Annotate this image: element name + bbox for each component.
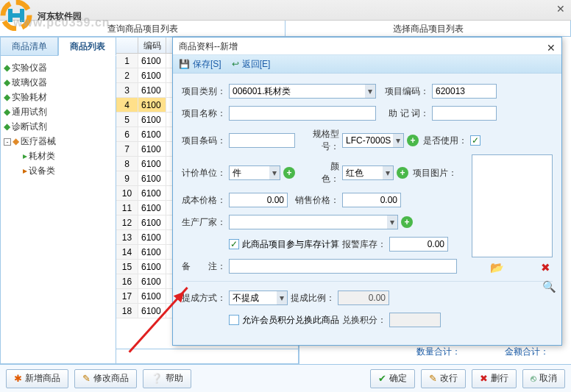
add-color-button[interactable]: + xyxy=(397,167,408,179)
tab-goods-list[interactable]: 商品清单 xyxy=(0,37,58,56)
code-input[interactable] xyxy=(432,84,497,99)
label-code: 项目编码： xyxy=(379,85,429,98)
edit-row-icon: ✎ xyxy=(429,373,437,384)
color-combo[interactable]: 红色▾ xyxy=(342,165,394,180)
spec-combo[interactable]: LFC-7000S▾ xyxy=(342,133,404,148)
category-combo[interactable]: 006001.耗材类▾ xyxy=(229,84,376,99)
tree-node[interactable]: ◆实验耗材 xyxy=(4,90,113,104)
modify-row-button[interactable]: ✎改行 xyxy=(421,369,466,388)
cost-input[interactable] xyxy=(229,193,288,207)
add-spec-button[interactable]: + xyxy=(407,135,419,146)
row-number: 1 xyxy=(116,54,138,68)
label-category: 项目类别： xyxy=(182,85,226,98)
save-button[interactable]: 💾保存[S] xyxy=(179,58,221,71)
chevron-down-icon: ▾ xyxy=(387,215,397,229)
row-number: 13 xyxy=(116,230,138,244)
row-number: 11 xyxy=(116,201,138,215)
col-code[interactable]: 编码 xyxy=(138,38,166,53)
unit-combo[interactable]: 件▾ xyxy=(229,165,280,180)
chevron-down-icon: ▾ xyxy=(393,134,403,147)
add-unit-button[interactable]: + xyxy=(283,167,295,179)
help-button[interactable]: ❔帮助 xyxy=(143,369,191,388)
label-warn: 报警库存： xyxy=(342,238,386,251)
rate-input xyxy=(338,291,389,305)
exit-icon: ⎋ xyxy=(531,373,536,384)
warn-input[interactable] xyxy=(389,237,448,252)
delete-row-button[interactable]: ✖删行 xyxy=(472,369,517,388)
right-footer: 数量合计： 金额合计： xyxy=(299,344,571,359)
ok-button[interactable]: ✔确定 xyxy=(370,369,415,388)
add-product-button[interactable]: ✱新增商品 xyxy=(6,369,68,388)
barcode-input[interactable] xyxy=(229,133,295,148)
label-rate: 提成比例： xyxy=(291,292,335,304)
tree-child[interactable]: ▸设备类 xyxy=(4,163,113,178)
cancel-button[interactable]: ⎋取消 xyxy=(522,369,565,388)
cell-code: 6100 xyxy=(138,304,166,318)
cell-code: 6100 xyxy=(138,274,166,288)
stock-checkbox[interactable]: ✓ xyxy=(229,239,239,249)
row-number: 12 xyxy=(116,215,138,229)
row-number: 4 xyxy=(116,98,138,112)
sale-input[interactable] xyxy=(342,193,401,207)
tree-node-expandable[interactable]: -◆医疗器械 xyxy=(4,134,113,149)
commission-combo[interactable]: 不提成▾ xyxy=(229,291,288,305)
chevron-down-icon: ▾ xyxy=(365,85,375,98)
cell-code: 6100 xyxy=(138,289,166,303)
delete-icon: ✖ xyxy=(480,373,488,384)
label-color: 颜 色： xyxy=(298,160,339,185)
help-icon: ❔ xyxy=(151,373,163,384)
cell-code: 6100 xyxy=(138,127,166,141)
edit-product-button[interactable]: ✎修改商品 xyxy=(74,369,137,388)
category-tree: ◆实验仪器 ◆玻璃仪器 ◆实验耗材 ◆通用试剂 ◆诊断试剂 -◆医疗器械 ▸耗材… xyxy=(0,56,116,364)
label-image: 项目图片： xyxy=(411,167,457,179)
bottom-toolbar: ✱新增商品 ✎修改商品 ❔帮助 ✔确定 ✎改行 ✖删行 ⎋取消 xyxy=(0,364,571,392)
cell-code: 6100 xyxy=(138,83,166,97)
chevron-down-icon: ▾ xyxy=(277,291,287,304)
row-number: 16 xyxy=(116,274,138,288)
enable-checkbox[interactable]: ✓ xyxy=(470,135,480,146)
label-mfr: 生产厂家： xyxy=(182,216,226,229)
cell-code: 6100 xyxy=(138,98,166,112)
row-number: 9 xyxy=(116,171,138,185)
dialog-title: 商品资料--新增 ✕ xyxy=(173,38,561,55)
dialog-close-icon[interactable]: ✕ xyxy=(547,39,556,57)
row-number: 17 xyxy=(116,289,138,303)
clear-image-icon[interactable]: ✖ xyxy=(541,261,550,274)
image-tools: 📂 ✖ 🔍 xyxy=(478,261,563,293)
edit-icon: ✎ xyxy=(82,373,91,384)
add-mfr-button[interactable]: + xyxy=(401,216,413,228)
points-checkbox[interactable] xyxy=(229,315,239,325)
remark-input[interactable] xyxy=(229,259,457,274)
amount-total-label: 金额合计： xyxy=(505,346,549,358)
cell-code: 6100 xyxy=(138,113,166,126)
right-list-title: 选择商品项目列表 xyxy=(286,21,571,36)
window-titlebar: ✕ xyxy=(0,0,571,21)
row-number: 5 xyxy=(116,113,138,126)
tree-node[interactable]: ◆玻璃仪器 xyxy=(4,75,113,90)
mnemonic-input[interactable] xyxy=(432,106,497,121)
label-remark: 备 注： xyxy=(182,260,226,273)
product-add-dialog: 商品资料--新增 ✕ 💾保存[S] ↩返回[E] 项目类别： 006001.耗材… xyxy=(172,37,562,346)
cell-code: 6100 xyxy=(138,230,166,244)
tree-node[interactable]: ◆通用试剂 xyxy=(4,104,113,119)
cell-code: 6100 xyxy=(138,157,166,171)
cell-code: 6100 xyxy=(138,54,166,68)
open-image-icon[interactable]: 📂 xyxy=(490,261,504,274)
tree-child[interactable]: ▸耗材类 xyxy=(4,149,113,163)
tree-node[interactable]: ◆诊断试剂 xyxy=(4,119,113,134)
back-button[interactable]: ↩返回[E] xyxy=(232,58,271,71)
manufacturer-combo[interactable]: ▾ xyxy=(229,215,398,229)
image-preview xyxy=(472,154,553,257)
stock-checkbox-label: 此商品项目参与库存计算 xyxy=(242,238,339,251)
search-image-icon[interactable]: 🔍 xyxy=(542,280,556,293)
close-icon[interactable]: ✕ xyxy=(556,3,565,15)
label-commission: 提成方式： xyxy=(182,292,226,304)
cell-code: 6100 xyxy=(138,260,166,274)
cell-code: 6100 xyxy=(138,171,166,185)
plus-icon: ✱ xyxy=(14,373,22,384)
name-input[interactable] xyxy=(229,106,376,121)
list-headers: 查询商品项目列表 选择商品项目列表 xyxy=(0,21,571,37)
tree-node[interactable]: ◆实验仪器 xyxy=(4,60,113,75)
tab-product-list[interactable]: 商品列表 xyxy=(58,37,116,56)
left-list-title: 查询商品项目列表 xyxy=(0,21,286,36)
